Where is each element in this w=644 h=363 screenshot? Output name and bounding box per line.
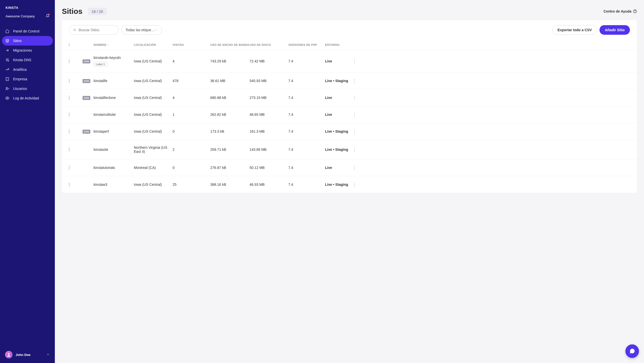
row-checkbox[interactable] bbox=[69, 95, 69, 100]
site-name[interactable]: kinstamultisite bbox=[94, 113, 116, 117]
table-row[interactable]: CDNkinstacdn-keycdnLabel 1Iowa (US Centr… bbox=[62, 50, 637, 72]
search-input-wrapper[interactable] bbox=[69, 25, 119, 35]
kinsta-logo-icon: KINSTA bbox=[6, 6, 25, 10]
export-csv-button[interactable]: Exportar todo a CSV bbox=[552, 25, 597, 35]
cell-disk: 48.65 MB bbox=[250, 113, 288, 117]
cdn-badge: CDN bbox=[83, 130, 90, 134]
cell-location: Iowa (US Central) bbox=[134, 79, 173, 83]
col-disk[interactable]: USO DE DISCO bbox=[250, 43, 288, 46]
labels-filter-select[interactable]: Todas las etique… bbox=[121, 25, 162, 35]
home-icon bbox=[5, 29, 10, 33]
cell-env: Live • Staging bbox=[325, 79, 350, 83]
row-checkbox[interactable] bbox=[69, 182, 69, 187]
nav-list: Panel de Control Sitios Migraciones Kins… bbox=[0, 24, 55, 105]
sidebar-item-label: Panel de Control bbox=[13, 29, 39, 33]
page-title: Sitios bbox=[62, 7, 83, 16]
site-name[interactable]: kinstalifeclone bbox=[94, 96, 116, 100]
row-checkbox[interactable] bbox=[69, 147, 69, 152]
table-row[interactable]: CDNkinstaperfIowa (US Central)0173.3 kB1… bbox=[62, 123, 637, 140]
cell-env: Live • Staging bbox=[325, 129, 350, 133]
search-input[interactable] bbox=[79, 28, 114, 32]
cell-php: 7.4 bbox=[288, 148, 325, 152]
svg-marker-1 bbox=[6, 39, 9, 41]
col-php[interactable]: VERSIONES DE PHP bbox=[288, 43, 325, 46]
row-actions-menu[interactable]: ⋮ bbox=[350, 182, 359, 187]
col-location[interactable]: LOCALIZACIÓN bbox=[134, 43, 173, 46]
cell-location: Northern Virginia (US East 4) bbox=[134, 146, 173, 154]
building-icon bbox=[5, 77, 10, 81]
row-actions-menu[interactable]: ⋮ bbox=[350, 95, 359, 100]
col-visits[interactable]: VISITAS bbox=[173, 43, 210, 46]
cell-disk: 72.42 MB bbox=[250, 59, 288, 63]
notification-dot-icon bbox=[48, 14, 50, 15]
users-icon bbox=[5, 86, 10, 91]
sidebar-item-migrations[interactable]: Migraciones bbox=[0, 46, 55, 55]
table-row[interactable]: kinstaw3Iowa (US Central)25388.16 kB46.9… bbox=[62, 176, 637, 193]
table-row[interactable]: kinstasiteNorthern Virginia (US East 4)2… bbox=[62, 140, 637, 159]
cell-visits: 0 bbox=[173, 166, 210, 170]
cell-location: Iowa (US Central) bbox=[134, 113, 173, 117]
cell-disk: 143.89 MB bbox=[250, 148, 288, 152]
cell-env: Live bbox=[325, 96, 350, 100]
table-row[interactable]: CDNkinstalifecloneIowa (US Central)4680.… bbox=[62, 89, 637, 106]
cell-visits: 4 bbox=[173, 96, 210, 100]
cdn-badge: CDN bbox=[83, 79, 90, 83]
sidebar-item-dns[interactable]: Kinsta DNS bbox=[0, 55, 55, 65]
sidebar-item-users[interactable]: Usuarios bbox=[0, 84, 55, 93]
site-name[interactable]: kinstaw3 bbox=[94, 183, 107, 187]
sidebar-item-activity[interactable]: Log de Actividad bbox=[0, 93, 55, 103]
search-icon bbox=[73, 28, 76, 32]
cell-disk: 46.93 MB bbox=[250, 183, 288, 187]
dns-icon bbox=[5, 58, 10, 62]
table-row[interactable]: kinstatutorialsMontreal (CA)0276.87 kB50… bbox=[62, 159, 637, 176]
table-row[interactable]: kinstamultisiteIowa (US Central)1262.82 … bbox=[62, 106, 637, 123]
svg-rect-3 bbox=[6, 78, 9, 81]
site-name[interactable]: kinstasite bbox=[94, 148, 108, 152]
cell-visits: 25 bbox=[173, 183, 210, 187]
user-menu[interactable]: John Doe bbox=[0, 346, 55, 363]
cell-bandwidth: 173.3 kB bbox=[210, 129, 250, 133]
row-actions-menu[interactable]: ⋮ bbox=[350, 165, 359, 170]
sidebar-item-sites[interactable]: Sitios bbox=[2, 36, 53, 46]
notifications-bell-icon[interactable] bbox=[46, 14, 49, 18]
row-checkbox[interactable] bbox=[69, 129, 69, 134]
chevron-up-icon bbox=[46, 353, 50, 357]
site-name[interactable]: kinstalife bbox=[94, 79, 107, 83]
select-all-checkbox[interactable] bbox=[69, 43, 69, 47]
sidebar-item-dashboard[interactable]: Panel de Control bbox=[0, 26, 55, 36]
cell-location: Iowa (US Central) bbox=[134, 129, 173, 133]
row-checkbox[interactable] bbox=[69, 112, 69, 117]
cdn-badge: CDN bbox=[83, 96, 90, 100]
row-actions-menu[interactable]: ⋮ bbox=[350, 112, 359, 117]
site-label-tag: Label 1 bbox=[94, 62, 107, 67]
site-name[interactable]: kinstaperf bbox=[94, 129, 109, 133]
row-actions-menu[interactable]: ⋮ bbox=[350, 78, 359, 84]
cell-location: Iowa (US Central) bbox=[134, 183, 173, 187]
row-actions-menu[interactable]: ⋮ bbox=[350, 58, 359, 64]
company-name[interactable]: Awesome Company bbox=[6, 14, 35, 18]
row-checkbox[interactable] bbox=[69, 165, 69, 170]
site-name[interactable]: kinstatutorials bbox=[94, 166, 115, 170]
cell-location: Iowa (US Central) bbox=[134, 59, 173, 63]
sidebar-item-analytics[interactable]: Analítica bbox=[0, 65, 55, 74]
site-name[interactable]: kinstacdn-keycdn bbox=[94, 56, 121, 60]
row-checkbox[interactable] bbox=[69, 59, 69, 63]
help-center-link[interactable]: Centro de Ayuda bbox=[603, 9, 637, 13]
sidebar-item-company[interactable]: Empresa bbox=[0, 74, 55, 84]
sites-count-badge: 18 / 20 bbox=[88, 8, 107, 15]
chart-icon bbox=[5, 67, 10, 72]
row-actions-menu[interactable]: ⋮ bbox=[350, 129, 359, 134]
col-bandwidth[interactable]: USO DE ANCHO DE BANDA bbox=[210, 43, 250, 46]
main-content: Sitios 18 / 20 Centro de Ayuda Todas las… bbox=[55, 0, 644, 363]
chat-fab[interactable] bbox=[625, 344, 639, 358]
cell-visits: 0 bbox=[173, 129, 210, 133]
sidebar-item-label: Empresa bbox=[13, 77, 27, 81]
table-row[interactable]: CDNkinstalifeIowa (US Central)47836.61 M… bbox=[62, 72, 637, 89]
add-site-button[interactable]: Añadir Sitio bbox=[599, 25, 630, 35]
row-checkbox[interactable] bbox=[69, 79, 69, 83]
row-actions-menu[interactable]: ⋮ bbox=[350, 147, 359, 152]
col-name[interactable]: NOMBRE ↑ bbox=[94, 43, 134, 46]
col-env[interactable]: ENTORNO bbox=[325, 43, 350, 46]
help-icon bbox=[633, 9, 637, 13]
labels-filter-label: Todas las etique… bbox=[126, 28, 154, 32]
